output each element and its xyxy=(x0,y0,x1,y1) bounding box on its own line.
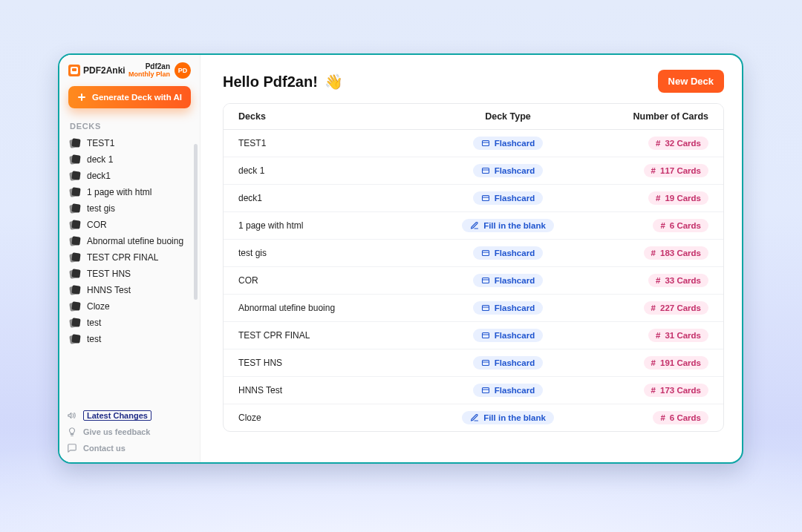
user-chip[interactable]: Pdf2an Monthly Plan PD xyxy=(128,62,191,79)
contact-link[interactable]: Contact us xyxy=(67,443,192,453)
user-plan: Monthly Plan xyxy=(128,71,170,78)
table-row[interactable]: test gisFlashcard#183 Cards xyxy=(224,239,723,266)
brand[interactable]: PDF2Anki xyxy=(68,65,125,76)
sidebar-deck-item[interactable]: deck1 xyxy=(65,168,194,184)
deck-type-label: Flashcard xyxy=(495,249,535,257)
brand-row: PDF2Anki Pdf2an Monthly Plan PD xyxy=(68,62,191,79)
deck-type-pill: Flashcard xyxy=(473,384,543,397)
deck-type-label: Flashcard xyxy=(495,331,535,340)
table-row[interactable]: 1 page with htmlFill in the blank#6 Card… xyxy=(224,211,723,239)
chat-icon xyxy=(67,443,77,453)
card-icon xyxy=(481,358,490,367)
deck-name: 1 page with html xyxy=(238,220,434,231)
scrollbar[interactable] xyxy=(194,144,198,300)
deck-type-pill: Flashcard xyxy=(473,164,543,177)
latest-changes-link[interactable]: Latest Changes xyxy=(67,410,192,421)
table-row[interactable]: deck1Flashcard#19 Cards xyxy=(224,184,723,211)
deck-stack-icon xyxy=(70,139,81,148)
contact-label: Contact us xyxy=(83,444,125,453)
hash-icon: # xyxy=(656,276,660,285)
col-type: Deck Type xyxy=(434,111,582,122)
sidebar-deck-label: test xyxy=(87,318,101,328)
svg-rect-12 xyxy=(482,333,489,338)
hash-icon: # xyxy=(651,166,656,175)
svg-rect-10 xyxy=(482,306,489,311)
brand-logo-icon xyxy=(68,65,80,76)
card-icon xyxy=(481,276,490,285)
deck-stack-icon xyxy=(70,204,81,214)
deck-stack-icon xyxy=(70,155,81,165)
card-count-pill: #6 Cards xyxy=(653,219,708,232)
table-row[interactable]: TEST HNSFlashcard#191 Cards xyxy=(224,349,723,376)
deck-type-label: Flashcard xyxy=(495,166,535,175)
table-header: Decks Deck Type Number of Cards xyxy=(224,104,723,130)
sidebar-deck-item[interactable]: Abnormal utefine buoing xyxy=(65,233,194,249)
sidebar-deck-item[interactable]: TEST1 xyxy=(65,135,194,151)
deck-list: TEST1deck 1deck11 page with htmltest gis… xyxy=(59,135,200,347)
card-count-pill: #19 Cards xyxy=(648,191,708,205)
svg-rect-4 xyxy=(482,196,489,201)
sidebar-deck-item[interactable]: test xyxy=(65,331,194,347)
wave-emoji: 👋 xyxy=(325,73,343,90)
deck-type-pill: Flashcard xyxy=(473,246,543,260)
sidebar-deck-item[interactable]: test xyxy=(65,315,194,331)
card-count: 19 Cards xyxy=(665,194,701,203)
decks-heading: DECKS xyxy=(70,122,200,131)
card-count: 6 Cards xyxy=(670,221,701,230)
card-count: 227 Cards xyxy=(660,303,701,312)
deck-name: TEST1 xyxy=(238,138,434,148)
deck-name: deck1 xyxy=(238,193,434,203)
deck-stack-icon xyxy=(70,171,81,181)
card-count: 31 Cards xyxy=(665,331,701,340)
feedback-label: Give us feedback xyxy=(83,427,151,436)
brand-name: PDF2Anki xyxy=(83,65,125,76)
table-row[interactable]: ClozeFill in the blank#6 Cards xyxy=(224,404,723,431)
deck-type-label: Fill in the blank xyxy=(483,221,546,230)
app-window: PDF2Anki Pdf2an Monthly Plan PD Generate… xyxy=(58,53,743,464)
sidebar-deck-item[interactable]: TEST CPR FINAL xyxy=(65,249,194,266)
svg-rect-16 xyxy=(482,388,489,393)
table-row[interactable]: HNNS TestFlashcard#173 Cards xyxy=(224,376,723,404)
sidebar-deck-label: TEST HNS xyxy=(87,269,131,279)
table-row[interactable]: TEST1Flashcard#32 Cards xyxy=(224,130,723,157)
sidebar-deck-label: Abnormal utefine buoing xyxy=(87,236,183,246)
sidebar-deck-item[interactable]: TEST HNS xyxy=(65,266,194,282)
card-icon xyxy=(481,249,490,257)
table-row[interactable]: CORFlashcard#33 Cards xyxy=(224,266,723,294)
sidebar-deck-item[interactable]: COR xyxy=(65,217,194,233)
card-count: 173 Cards xyxy=(660,386,701,395)
avatar[interactable]: PD xyxy=(175,62,191,79)
deck-type-label: Flashcard xyxy=(495,303,535,312)
svg-rect-0 xyxy=(482,141,489,146)
deck-stack-icon xyxy=(70,253,81,263)
table-row[interactable]: deck 1Flashcard#117 Cards xyxy=(224,157,723,184)
hash-icon: # xyxy=(660,413,665,422)
table-body: TEST1Flashcard#32 Cardsdeck 1Flashcard#1… xyxy=(224,130,723,431)
card-icon xyxy=(481,139,490,148)
feedback-link[interactable]: Give us feedback xyxy=(67,427,192,437)
sidebar-deck-item[interactable]: Cloze xyxy=(65,298,194,315)
card-icon xyxy=(481,194,490,203)
card-count: 183 Cards xyxy=(660,249,701,257)
deck-type-label: Flashcard xyxy=(495,358,535,367)
sidebar-deck-label: test gis xyxy=(87,203,115,214)
table-row[interactable]: TEST CPR FINALFlashcard#31 Cards xyxy=(224,321,723,349)
table-row[interactable]: Abnormal utefine buoingFlashcard#227 Car… xyxy=(224,294,723,321)
hash-icon: # xyxy=(651,249,656,257)
card-count: 32 Cards xyxy=(665,139,701,148)
deck-stack-icon xyxy=(70,286,81,295)
main: Hello Pdf2an! 👋 New Deck Decks Deck Type… xyxy=(200,55,742,462)
card-count: 117 Cards xyxy=(660,166,701,175)
sidebar-deck-item[interactable]: 1 page with html xyxy=(65,184,194,200)
card-count-pill: #6 Cards xyxy=(653,411,708,424)
sidebar-deck-item[interactable]: test gis xyxy=(65,200,194,217)
new-deck-button[interactable]: New Deck xyxy=(658,70,724,93)
deck-name: test gis xyxy=(238,248,434,258)
sidebar-deck-item[interactable]: HNNS Test xyxy=(65,282,194,298)
generate-deck-button[interactable]: Generate Deck with AI xyxy=(68,86,191,108)
card-count-pill: #32 Cards xyxy=(648,137,708,150)
deck-type-label: Flashcard xyxy=(495,386,535,395)
sidebar-deck-item[interactable]: deck 1 xyxy=(65,151,194,168)
sidebar-deck-label: Cloze xyxy=(87,301,110,312)
deck-stack-icon xyxy=(70,302,81,312)
